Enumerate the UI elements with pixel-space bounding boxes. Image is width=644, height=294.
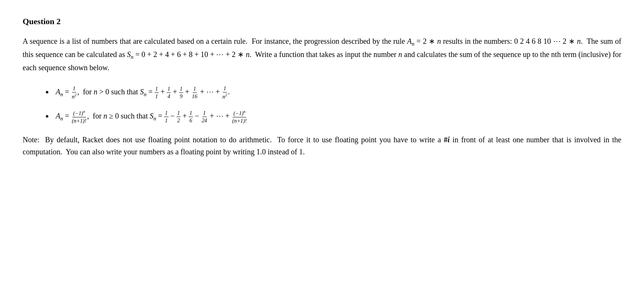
- question-body: A sequence is a list of numbers that are…: [23, 35, 621, 74]
- question-container: Question 2 A sequence is a list of numbe…: [23, 15, 621, 158]
- bullet-item-2: • An = (−1)n (n+1)! , for n ≥ 0 such tha…: [45, 109, 621, 124]
- bullet-item-1: • An = 1 n2 , for n > 0 such that Sn = 1…: [45, 85, 621, 100]
- bullet-list: • An = 1 n2 , for n > 0 such that Sn = 1…: [45, 85, 621, 124]
- note-section: Note: By default, Racket does not use fl…: [23, 134, 621, 158]
- bullet-dot-2: •: [45, 111, 49, 122]
- bullet-text-1: An = 1 n2 , for n > 0 such that Sn = 1 1…: [56, 85, 230, 100]
- question-title: Question 2: [23, 15, 621, 28]
- bullet-dot-1: •: [45, 87, 49, 98]
- bullet-text-2: An = (−1)n (n+1)! , for n ≥ 0 such that …: [56, 109, 248, 124]
